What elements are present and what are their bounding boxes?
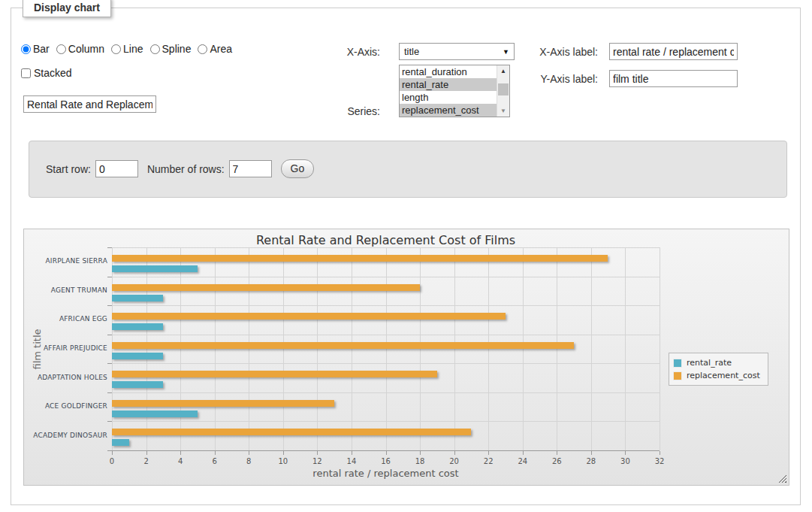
x-axis-tick — [488, 451, 489, 455]
x-axis-select[interactable]: title ▼ — [399, 43, 515, 60]
chart-type-option-line[interactable]: Line — [111, 43, 143, 55]
num-rows-input[interactable] — [229, 160, 272, 177]
grid-line-vertical — [352, 247, 352, 450]
grid-line-vertical — [591, 247, 592, 450]
x-tick-label: 20 — [449, 457, 459, 465]
chart-type-radio-column[interactable] — [56, 44, 66, 54]
x-axis-tick — [283, 451, 284, 455]
grid-line-horizontal — [112, 277, 660, 277]
series-scrollbar[interactable]: ▲ ▼ — [497, 65, 509, 117]
y-axis-label-field-label: Y-Axis label: — [512, 73, 598, 85]
scrollbar-thumb[interactable] — [498, 83, 509, 95]
bar-rental_rate[interactable] — [112, 323, 163, 330]
chart-type-radio-bar[interactable] — [21, 44, 31, 54]
grid-line-horizontal — [112, 247, 660, 248]
chart-type-radio-label: Area — [210, 43, 232, 55]
grid-line-vertical — [249, 247, 249, 450]
legend-label: rental_rate — [687, 358, 732, 368]
y-axis-tick — [107, 305, 112, 306]
go-button[interactable]: Go — [281, 159, 315, 178]
legend-item-rental_rate[interactable]: rental_rate — [673, 356, 760, 369]
y-axis-label-input[interactable] — [609, 70, 738, 87]
series-listbox-label: Series: — [297, 105, 380, 117]
row-range-controls: Start row: Number of rows: Go — [46, 159, 314, 178]
legend-item-replacement_cost[interactable]: replacement_cost — [673, 369, 760, 382]
scroll-down-icon[interactable]: ▼ — [497, 105, 509, 117]
x-axis-tick — [215, 451, 216, 455]
chart-type-radio-label: Bar — [33, 43, 50, 55]
num-rows-label: Number of rows: — [147, 163, 225, 175]
x-tick-label: 0 — [110, 457, 114, 465]
bar-replacement_cost[interactable] — [112, 255, 608, 262]
grid-line-horizontal — [112, 392, 660, 393]
bar-rental_rate[interactable] — [112, 353, 163, 359]
x-tick-label: 8 — [246, 457, 251, 465]
x-tick-label: 28 — [587, 457, 596, 465]
y-axis-tick — [107, 392, 112, 393]
resize-handle-icon[interactable] — [778, 474, 786, 483]
series-option-replacement_cost[interactable]: replacement_cost — [400, 104, 497, 117]
bar-rental_rate[interactable] — [112, 439, 129, 446]
bar-replacement_cost[interactable] — [112, 313, 506, 320]
y-axis-tick — [107, 363, 112, 364]
x-tick-label: 4 — [178, 457, 183, 465]
category-label: ACADEMY DINOSAUR — [24, 432, 107, 439]
fieldset-legend: Display chart — [23, 0, 111, 17]
bar-replacement_cost[interactable] — [112, 371, 437, 377]
x-tick-label: 2 — [143, 457, 148, 465]
category-label: AGENT TRUMAN — [24, 286, 107, 294]
bar-replacement_cost[interactable] — [112, 400, 334, 407]
chart-type-radio-label: Line — [123, 43, 143, 55]
grid-line-vertical — [454, 247, 455, 450]
x-axis-tick — [660, 451, 660, 455]
chart-type-radio-area[interactable] — [198, 44, 207, 54]
series-option-length[interactable]: length — [400, 91, 497, 104]
chart-type-option-column[interactable]: Column — [56, 43, 104, 55]
grid-line-vertical — [625, 247, 626, 450]
stacked-checkbox-label[interactable]: Stacked — [21, 67, 72, 79]
chart-type-option-bar[interactable]: Bar — [21, 43, 50, 55]
bar-rental_rate[interactable] — [112, 411, 198, 417]
grid-line-horizontal — [112, 363, 660, 364]
grid-line-vertical — [557, 247, 557, 450]
x-axis-tick — [523, 451, 524, 455]
chart-type-radio-line[interactable] — [111, 44, 121, 54]
chevron-down-icon: ▼ — [503, 48, 509, 56]
bar-rental_rate[interactable] — [112, 265, 198, 272]
category-label: ADAPTATION HOLES — [24, 374, 107, 381]
bar-replacement_cost[interactable] — [112, 284, 420, 291]
bar-replacement_cost[interactable] — [112, 342, 574, 349]
chart-type-radio-spline[interactable] — [150, 44, 160, 54]
bar-rental_rate[interactable] — [112, 381, 163, 388]
series-option-rental_rate[interactable]: rental_rate — [400, 78, 497, 91]
series-listbox[interactable]: rental_durationrental_ratelengthreplacem… — [399, 65, 510, 117]
chart-title-input[interactable] — [23, 95, 156, 113]
y-axis-tick — [107, 247, 112, 248]
x-axis-tick — [180, 451, 181, 455]
bar-replacement_cost[interactable] — [112, 429, 471, 435]
x-axis-tick — [317, 451, 318, 455]
start-row-label: Start row: — [46, 163, 91, 175]
x-tick-label: 32 — [655, 457, 665, 465]
chart-type-option-spline[interactable]: Spline — [150, 43, 192, 55]
grid-line-horizontal — [112, 305, 660, 306]
chart-x-axis-title: rental rate / replacement cost — [112, 468, 660, 479]
bar-rental_rate[interactable] — [112, 295, 163, 301]
series-option-rental_duration[interactable]: rental_duration — [400, 65, 497, 78]
start-row-input[interactable] — [95, 160, 138, 177]
chart: Rental Rate and Replacement Cost of Film… — [23, 229, 789, 486]
x-tick-label: 6 — [213, 457, 217, 465]
grid-line-vertical — [317, 247, 318, 450]
category-label: AFRICAN EGG — [24, 315, 107, 323]
x-tick-label: 24 — [518, 457, 527, 465]
stacked-checkbox[interactable] — [21, 68, 31, 78]
x-axis-tick — [146, 451, 147, 455]
grid-line-vertical — [112, 247, 113, 450]
stacked-row: Stacked — [21, 67, 72, 79]
grid-line-vertical — [660, 247, 660, 450]
scroll-up-icon[interactable]: ▲ — [497, 65, 509, 77]
scrollbar-track[interactable] — [497, 77, 509, 105]
chart-type-option-area[interactable]: Area — [198, 43, 232, 55]
x-axis-tick — [557, 451, 557, 455]
x-axis-label-input[interactable] — [609, 43, 738, 60]
